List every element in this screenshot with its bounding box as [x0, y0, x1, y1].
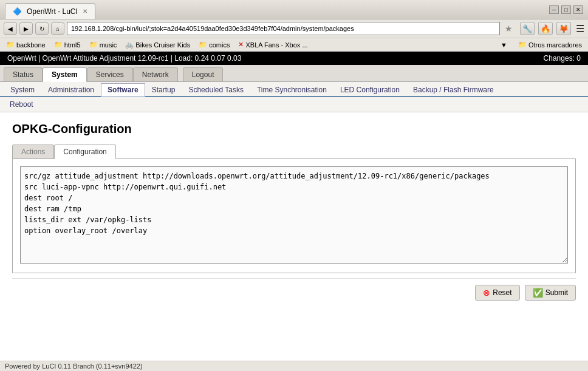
maximize-btn[interactable]: □ — [561, 5, 571, 14]
nav-bar: ◀ ▶ ↻ ⌂ ★ 🔧 🔥 🦊 ☰ — [0, 19, 588, 38]
folder-icon: 📁 — [199, 41, 207, 49]
openwrt-header: OpenWrt | OpenWrt Attitude Adjustment 12… — [0, 52, 588, 65]
menu-btn[interactable]: ☰ — [576, 23, 584, 35]
submit-label: Submit — [545, 288, 568, 297]
status-bar: Powered by LuCI 0.11 Branch (0.11+svn942… — [0, 361, 588, 371]
page-content: OpenWrt | OpenWrt Attitude Adjustment 12… — [0, 52, 588, 371]
folder-icon: 📁 — [54, 41, 63, 49]
page-body: OPKG-Configuration Actions Configuration… — [0, 112, 588, 361]
reset-label: Reset — [493, 288, 511, 297]
tab-network[interactable]: Network — [133, 67, 178, 81]
page-title: OPKG-Configuration — [12, 122, 576, 136]
extension-btn-1[interactable]: 🔧 — [520, 22, 535, 35]
forward-btn[interactable]: ▶ — [19, 22, 33, 35]
openwrt-header-text: OpenWrt | OpenWrt Attitude Adjustment 12… — [7, 54, 241, 63]
bookmark-label: backbone — [16, 41, 46, 49]
extension-btn-2[interactable]: 🔥 — [538, 22, 553, 35]
extension-btn-3[interactable]: 🦊 — [556, 22, 571, 35]
folder-icon: 📁 — [89, 41, 98, 49]
subnav-scheduled-tasks[interactable]: Scheduled Tasks — [182, 83, 250, 96]
browser-tab[interactable]: 🔷 OpenWrt - LuCI ✕ — [5, 3, 95, 19]
close-btn[interactable]: ✕ — [573, 5, 583, 14]
bookmark-xbla[interactable]: ✕ XBLA Fans - Xbox ... — [236, 39, 310, 50]
submit-button[interactable]: ✅ Submit — [525, 285, 576, 301]
tab-services[interactable]: Services — [87, 67, 133, 81]
tab-configuration[interactable]: Configuration — [54, 145, 115, 159]
more-bookmarks-btn[interactable]: ▼ — [497, 40, 511, 50]
folder-icon: 📁 — [518, 41, 527, 49]
content-tabs: Actions Configuration — [12, 145, 576, 159]
subnav-system[interactable]: System — [4, 83, 41, 96]
bookmark-html5[interactable]: 📁 html5 — [52, 39, 83, 50]
subnav-software[interactable]: Software — [101, 83, 145, 97]
back-btn[interactable]: ◀ — [4, 22, 17, 35]
bookmark-comics[interactable]: 📁 comics — [196, 39, 232, 50]
bookmark-label: html5 — [64, 41, 81, 49]
bookmarks-bar: 📁 backbone 📁 html5 📁 music 🚲 Bikes Cruis… — [0, 38, 588, 52]
folder-icon: 📁 — [6, 41, 15, 49]
config-textarea[interactable]: src/gz attitude_adjustment http://downlo… — [20, 166, 568, 264]
main-tabs: Status System Services Network Logout — [0, 65, 588, 82]
subnav2-reboot[interactable]: Reboot — [4, 98, 39, 111]
tab-close-btn[interactable]: ✕ — [83, 8, 87, 15]
bookmark-label: music — [100, 41, 117, 49]
footer-buttons: ⊗ Reset ✅ Submit — [12, 278, 576, 303]
title-bar: 🔷 OpenWrt - LuCI ✕ ─ □ ✕ — [0, 0, 588, 19]
minimize-btn[interactable]: ─ — [549, 5, 559, 14]
subnav-startup[interactable]: Startup — [145, 83, 182, 96]
subnav-administration[interactable]: Administration — [41, 83, 101, 96]
subnav-backup[interactable]: Backup / Flash Firmware — [406, 83, 501, 96]
config-panel: src/gz attitude_adjustment http://downlo… — [12, 159, 576, 273]
bike-icon: 🚲 — [125, 41, 134, 49]
address-input[interactable] — [67, 22, 500, 35]
window-controls: ─ □ ✕ — [549, 5, 583, 14]
submit-icon: ✅ — [533, 288, 543, 298]
browser-window: 🔷 OpenWrt - LuCI ✕ ─ □ ✕ ◀ ▶ ↻ ⌂ ★ 🔧 🔥 🦊… — [0, 0, 588, 371]
bookmark-backbone[interactable]: 📁 backbone — [4, 39, 48, 50]
tab-title: OpenWrt - LuCI — [27, 7, 78, 16]
footer-text: Powered by LuCI 0.11 Branch (0.11+svn942… — [5, 362, 143, 370]
bookmark-music[interactable]: 📁 music — [87, 39, 120, 50]
bookmark-label: XBLA Fans - Xbox ... — [245, 41, 307, 49]
subnav-led[interactable]: LED Configuration — [333, 83, 406, 96]
reset-button[interactable]: ⊗ Reset — [475, 285, 519, 301]
bookmark-bikes[interactable]: 🚲 Bikes Cruiser Kids — [123, 39, 193, 50]
bookmark-star-icon[interactable]: ★ — [502, 24, 515, 33]
subnav-time-sync[interactable]: Time Synchronisation — [250, 83, 333, 96]
tab-actions[interactable]: Actions — [12, 145, 54, 158]
tab-logout[interactable]: Logout — [183, 67, 224, 81]
bookmark-label: Bikes Cruiser Kids — [135, 41, 190, 49]
sub-nav: System Administration Software Startup S… — [0, 82, 588, 97]
bookmark-label: Otros marcadores — [528, 41, 582, 49]
home-btn[interactable]: ⌂ — [51, 22, 64, 35]
bookmark-otros[interactable]: 📁 Otros marcadores — [516, 39, 584, 50]
sub-nav2: Reboot — [0, 97, 588, 112]
tab-system[interactable]: System — [43, 67, 87, 82]
reset-icon: ⊗ — [483, 288, 490, 298]
tab-favicon: 🔷 — [13, 7, 22, 16]
xbla-icon: ✕ — [238, 41, 244, 49]
tab-status[interactable]: Status — [4, 67, 43, 81]
changes-badge: Changes: 0 — [544, 54, 581, 63]
bookmark-label: comics — [209, 41, 230, 49]
refresh-btn[interactable]: ↻ — [35, 22, 49, 35]
